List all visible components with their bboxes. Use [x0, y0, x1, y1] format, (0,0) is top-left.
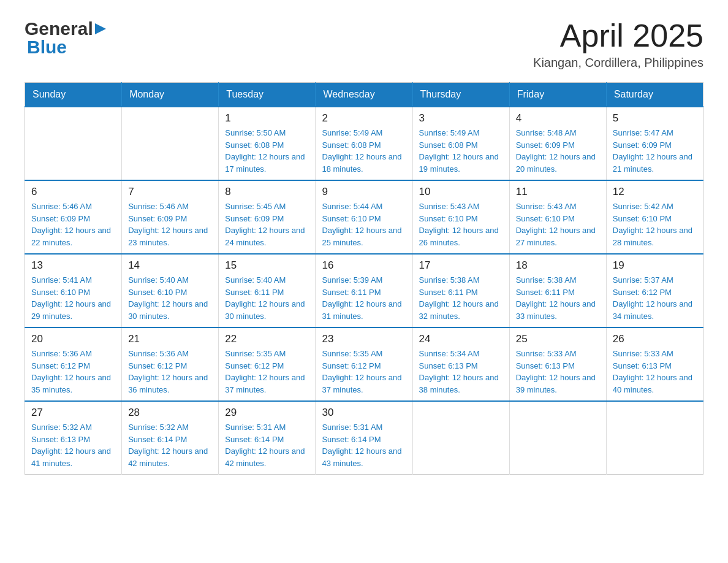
calendar-cell-week4-day0: 20Sunrise: 5:36 AMSunset: 6:12 PMDayligh… [25, 327, 122, 401]
day-number: 4 [516, 112, 600, 124]
day-number: 20 [31, 333, 115, 345]
calendar-cell-week5-day5 [509, 401, 606, 475]
day-number: 11 [516, 186, 600, 198]
day-sun-info: Sunrise: 5:40 AMSunset: 6:11 PMDaylight:… [225, 274, 309, 322]
day-number: 16 [322, 259, 406, 272]
calendar-week-4: 20Sunrise: 5:36 AMSunset: 6:12 PMDayligh… [25, 327, 703, 401]
day-number: 17 [419, 259, 503, 272]
day-number: 24 [419, 333, 503, 345]
calendar-body: 1Sunrise: 5:50 AMSunset: 6:08 PMDaylight… [25, 107, 703, 475]
day-sun-info: Sunrise: 5:48 AMSunset: 6:09 PMDaylight:… [516, 127, 600, 175]
logo-arrow-icon [94, 22, 107, 36]
calendar-week-2: 6Sunrise: 5:46 AMSunset: 6:09 PMDaylight… [25, 180, 703, 254]
calendar-cell-week2-day3: 9Sunrise: 5:44 AMSunset: 6:10 PMDaylight… [316, 180, 412, 254]
calendar-week-1: 1Sunrise: 5:50 AMSunset: 6:08 PMDaylight… [25, 107, 703, 180]
calendar-week-3: 13Sunrise: 5:41 AMSunset: 6:10 PMDayligh… [25, 254, 703, 327]
day-sun-info: Sunrise: 5:50 AMSunset: 6:08 PMDaylight:… [225, 127, 309, 175]
calendar-cell-week2-day4: 10Sunrise: 5:43 AMSunset: 6:10 PMDayligh… [412, 180, 509, 254]
weekday-header-friday: Friday [509, 83, 606, 107]
day-sun-info: Sunrise: 5:46 AMSunset: 6:09 PMDaylight:… [31, 201, 115, 248]
day-sun-info: Sunrise: 5:38 AMSunset: 6:11 PMDaylight:… [516, 274, 600, 322]
day-number: 12 [613, 186, 697, 198]
day-sun-info: Sunrise: 5:38 AMSunset: 6:11 PMDaylight:… [419, 274, 503, 322]
day-number: 5 [613, 112, 697, 124]
calendar-cell-week3-day6: 19Sunrise: 5:37 AMSunset: 6:12 PMDayligh… [606, 254, 703, 327]
day-number: 13 [31, 259, 115, 272]
calendar-cell-week5-day3: 30Sunrise: 5:31 AMSunset: 6:14 PMDayligh… [316, 401, 412, 475]
calendar-cell-week5-day6 [606, 401, 703, 475]
calendar-cell-week1-day6: 5Sunrise: 5:47 AMSunset: 6:09 PMDaylight… [606, 107, 703, 180]
month-year-title: April 2025 [533, 18, 703, 53]
day-number: 23 [322, 333, 406, 345]
day-number: 27 [31, 407, 115, 419]
day-number: 3 [419, 112, 503, 124]
calendar-cell-week1-day2: 1Sunrise: 5:50 AMSunset: 6:08 PMDaylight… [219, 107, 316, 180]
calendar-cell-week2-day0: 6Sunrise: 5:46 AMSunset: 6:09 PMDaylight… [25, 180, 122, 254]
weekday-header-monday: Monday [122, 83, 219, 107]
day-sun-info: Sunrise: 5:49 AMSunset: 6:08 PMDaylight:… [419, 127, 503, 175]
logo: General Blue [25, 18, 108, 58]
weekday-header-sunday: Sunday [25, 83, 122, 107]
calendar-cell-week4-day5: 25Sunrise: 5:33 AMSunset: 6:13 PMDayligh… [509, 327, 606, 401]
weekday-header-wednesday: Wednesday [316, 83, 412, 107]
day-sun-info: Sunrise: 5:33 AMSunset: 6:13 PMDaylight:… [516, 348, 600, 396]
day-sun-info: Sunrise: 5:44 AMSunset: 6:10 PMDaylight:… [322, 201, 406, 248]
page-header: General Blue April 2025 Kiangan, Cordill… [25, 18, 703, 70]
day-number: 7 [128, 186, 212, 198]
day-number: 8 [225, 186, 309, 198]
calendar-cell-week5-day1: 28Sunrise: 5:32 AMSunset: 6:14 PMDayligh… [122, 401, 219, 475]
day-sun-info: Sunrise: 5:45 AMSunset: 6:09 PMDaylight:… [225, 201, 309, 248]
calendar-week-5: 27Sunrise: 5:32 AMSunset: 6:13 PMDayligh… [25, 401, 703, 475]
day-number: 10 [419, 186, 503, 198]
calendar-cell-week4-day6: 26Sunrise: 5:33 AMSunset: 6:13 PMDayligh… [606, 327, 703, 401]
weekday-header-thursday: Thursday [412, 83, 509, 107]
calendar-cell-week3-day5: 18Sunrise: 5:38 AMSunset: 6:11 PMDayligh… [509, 254, 606, 327]
day-number: 6 [31, 186, 115, 198]
weekday-header-tuesday: Tuesday [219, 83, 316, 107]
day-number: 28 [128, 407, 212, 419]
calendar-cell-week2-day6: 12Sunrise: 5:42 AMSunset: 6:10 PMDayligh… [606, 180, 703, 254]
calendar-cell-week4-day2: 22Sunrise: 5:35 AMSunset: 6:12 PMDayligh… [219, 327, 316, 401]
calendar-cell-week2-day5: 11Sunrise: 5:43 AMSunset: 6:10 PMDayligh… [509, 180, 606, 254]
logo-blue-text: Blue [27, 37, 67, 57]
day-sun-info: Sunrise: 5:42 AMSunset: 6:10 PMDaylight:… [613, 201, 697, 248]
day-sun-info: Sunrise: 5:47 AMSunset: 6:09 PMDaylight:… [613, 127, 697, 175]
calendar-cell-week1-day3: 2Sunrise: 5:49 AMSunset: 6:08 PMDaylight… [316, 107, 412, 180]
calendar-cell-week2-day1: 7Sunrise: 5:46 AMSunset: 6:09 PMDaylight… [122, 180, 219, 254]
day-number: 2 [322, 112, 406, 124]
day-sun-info: Sunrise: 5:34 AMSunset: 6:13 PMDaylight:… [419, 348, 503, 396]
day-sun-info: Sunrise: 5:35 AMSunset: 6:12 PMDaylight:… [225, 348, 309, 396]
calendar-cell-week3-day4: 17Sunrise: 5:38 AMSunset: 6:11 PMDayligh… [412, 254, 509, 327]
day-sun-info: Sunrise: 5:39 AMSunset: 6:11 PMDaylight:… [322, 274, 406, 322]
day-sun-info: Sunrise: 5:31 AMSunset: 6:14 PMDaylight:… [322, 421, 406, 469]
day-sun-info: Sunrise: 5:35 AMSunset: 6:12 PMDaylight:… [322, 348, 406, 396]
title-block: April 2025 Kiangan, Cordillera, Philippi… [533, 18, 703, 70]
weekday-header-saturday: Saturday [606, 83, 703, 107]
calendar-cell-week3-day3: 16Sunrise: 5:39 AMSunset: 6:11 PMDayligh… [316, 254, 412, 327]
calendar-cell-week3-day1: 14Sunrise: 5:40 AMSunset: 6:10 PMDayligh… [122, 254, 219, 327]
logo-general-text: General [25, 18, 93, 39]
day-sun-info: Sunrise: 5:37 AMSunset: 6:12 PMDaylight:… [613, 274, 697, 322]
day-number: 14 [128, 259, 212, 272]
day-number: 1 [225, 112, 309, 124]
weekday-header-row: SundayMondayTuesdayWednesdayThursdayFrid… [25, 83, 703, 107]
calendar-cell-week4-day4: 24Sunrise: 5:34 AMSunset: 6:13 PMDayligh… [412, 327, 509, 401]
day-sun-info: Sunrise: 5:36 AMSunset: 6:12 PMDaylight:… [128, 348, 212, 396]
day-number: 22 [225, 333, 309, 345]
calendar-cell-week5-day2: 29Sunrise: 5:31 AMSunset: 6:14 PMDayligh… [219, 401, 316, 475]
day-sun-info: Sunrise: 5:31 AMSunset: 6:14 PMDaylight:… [225, 421, 309, 469]
calendar-cell-week5-day4 [412, 401, 509, 475]
day-number: 29 [225, 407, 309, 419]
day-number: 30 [322, 407, 406, 419]
calendar-cell-week1-day5: 4Sunrise: 5:48 AMSunset: 6:09 PMDaylight… [509, 107, 606, 180]
day-number: 25 [516, 333, 600, 345]
calendar-cell-week4-day3: 23Sunrise: 5:35 AMSunset: 6:12 PMDayligh… [316, 327, 412, 401]
day-sun-info: Sunrise: 5:49 AMSunset: 6:08 PMDaylight:… [322, 127, 406, 175]
calendar-cell-week3-day2: 15Sunrise: 5:40 AMSunset: 6:11 PMDayligh… [219, 254, 316, 327]
location-subtitle: Kiangan, Cordillera, Philippines [533, 56, 703, 70]
calendar-cell-week5-day0: 27Sunrise: 5:32 AMSunset: 6:13 PMDayligh… [25, 401, 122, 475]
day-sun-info: Sunrise: 5:32 AMSunset: 6:14 PMDaylight:… [128, 421, 212, 469]
day-sun-info: Sunrise: 5:43 AMSunset: 6:10 PMDaylight:… [419, 201, 503, 248]
day-number: 19 [613, 259, 697, 272]
day-number: 21 [128, 333, 212, 345]
